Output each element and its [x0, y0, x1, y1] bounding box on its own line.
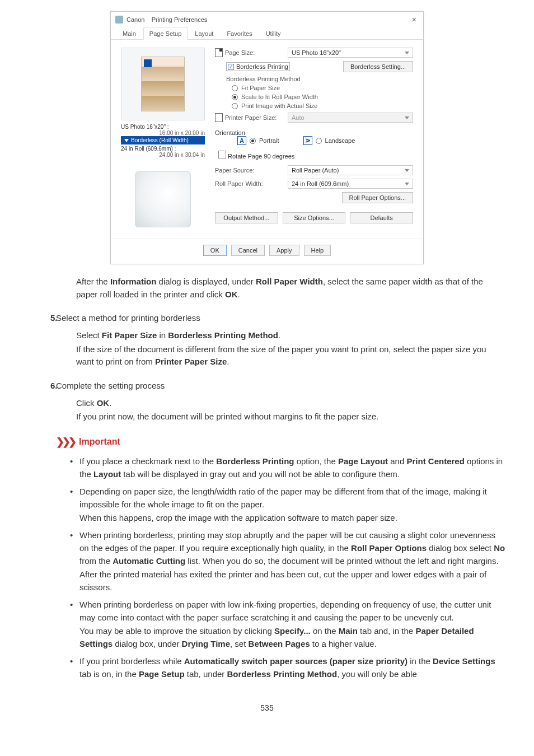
dialog-buttons: OK Cancel Apply Help	[111, 239, 423, 264]
dialog-titlebar: Canon Printing Preferences ×	[111, 12, 423, 26]
step-6-paragraph-2: If you print now, the document will be p…	[76, 410, 506, 423]
output-method-button[interactable]: Output Method...	[215, 212, 278, 223]
page-size-icon	[215, 48, 223, 57]
borderless-method-label: Borderless Printing Method	[226, 76, 413, 82]
roll-size-info: 24 in Roll (609.6mm) : 24.00 in x 30.04 …	[121, 146, 205, 158]
landscape-a-icon: A	[303, 136, 312, 145]
borderless-printing-checkbox[interactable]: ✓Borderless Printing	[226, 62, 290, 71]
printing-preferences-dialog: Canon Printing Preferences × Main Page S…	[110, 11, 424, 264]
roll-paper-width-label: Roll Paper Width:	[215, 180, 263, 187]
scale-fit-roll-radio[interactable]	[232, 94, 238, 100]
apply-button[interactable]: Apply	[269, 245, 299, 256]
chevrons-icon: ❯❯❯	[56, 436, 74, 448]
step-6-heading: Complete the setting process	[56, 381, 165, 390]
page-preview	[121, 48, 205, 120]
orientation-group: Orientation A Portrait A Landscape	[215, 129, 413, 145]
tab-page-setup[interactable]: Page Setup	[143, 27, 188, 40]
tab-main[interactable]: Main	[116, 27, 142, 40]
dialog-tabs: Main Page Setup Layout Favorites Utility	[111, 26, 423, 40]
rotate-90-label: Rotate Page 90 degrees	[228, 153, 294, 160]
page-size-label: Page Size:	[225, 49, 255, 56]
arrow-down-icon	[124, 139, 129, 142]
cancel-button[interactable]: Cancel	[231, 245, 265, 256]
tab-layout[interactable]: Layout	[189, 27, 219, 40]
portrait-a-icon: A	[237, 136, 246, 145]
paper-source-label: Paper Source:	[215, 167, 254, 174]
close-icon[interactable]: ×	[410, 15, 419, 24]
dialog-title: Canon Printing Preferences	[127, 16, 207, 23]
important-item-4: When printing borderless on paper with l…	[68, 598, 506, 650]
step-6: 6. Complete the setting process	[28, 381, 506, 390]
important-item-3: When printing borderless, printing may s…	[68, 529, 506, 594]
roll-paper-options-button[interactable]: Roll Paper Options...	[342, 192, 414, 203]
roll-illustration	[121, 166, 205, 233]
important-item-2: Depending on paper size, the length/widt…	[68, 485, 506, 524]
preview-column: US Photo 16"x20" : 16.00 in x 20.00 in B…	[121, 48, 205, 233]
paper-source-select[interactable]: Roll Paper (Auto)	[288, 165, 413, 175]
defaults-button[interactable]: Defaults	[350, 212, 413, 223]
tab-utility[interactable]: Utility	[260, 27, 287, 40]
important-list: If you place a checkmark next to the Bor…	[68, 455, 506, 681]
borderless-setting-button[interactable]: Borderless Setting...	[343, 61, 413, 72]
printer-paper-size-icon	[215, 113, 223, 122]
landscape-label: Landscape	[325, 137, 355, 144]
settings-column: Page Size: US Photo 16"x20" ✓Borderless …	[215, 48, 413, 233]
borderless-indicator: Borderless (Roll Width)	[121, 136, 205, 144]
after-information-paragraph: After the Information dialog is displaye…	[76, 276, 506, 301]
printer-icon	[115, 16, 123, 24]
print-actual-radio[interactable]	[232, 103, 238, 109]
fit-paper-size-label: Fit Paper Size	[241, 85, 280, 91]
step-5: 5. Select a method for printing borderle…	[28, 313, 506, 323]
page-number: 535	[28, 703, 506, 712]
page-size-select[interactable]: US Photo 16"x20"	[288, 48, 413, 58]
important-heading: ❯❯❯ Important	[56, 436, 506, 448]
step-5-paragraph-2: If the size of the document is different…	[76, 343, 506, 368]
roll-paper-width-select[interactable]: 24 in Roll (609.6mm)	[288, 179, 413, 189]
step-5-number: 5.	[28, 313, 50, 323]
help-button[interactable]: Help	[304, 245, 331, 256]
dialog-body: US Photo 16"x20" : 16.00 in x 20.00 in B…	[111, 40, 423, 239]
tab-favorites[interactable]: Favorites	[221, 27, 258, 40]
printer-paper-size-label: Printer Paper Size:	[225, 114, 277, 121]
portrait-label: Portrait	[259, 137, 279, 144]
step-6-number: 6.	[28, 381, 50, 390]
printer-paper-size-select: Auto	[288, 113, 413, 123]
fit-paper-size-radio[interactable]	[232, 85, 238, 91]
step-6-paragraph-1: Click OK.	[76, 397, 506, 410]
important-item-1: If you place a checkmark next to the Bor…	[68, 455, 506, 481]
rotate-90-checkbox[interactable]	[218, 151, 226, 158]
step-5-heading: Select a method for printing borderless	[56, 313, 200, 323]
ok-button[interactable]: OK	[203, 245, 227, 256]
print-actual-label: Print Image with Actual Size	[241, 102, 317, 109]
orientation-label: Orientation	[215, 129, 413, 136]
step-5-paragraph-1: Select Fit Paper Size in Borderless Prin…	[76, 329, 506, 342]
portrait-radio[interactable]	[250, 138, 256, 144]
size-options-button[interactable]: Size Options...	[283, 212, 346, 223]
landscape-radio[interactable]	[316, 138, 322, 144]
scale-fit-roll-label: Scale to fit Roll Paper Width	[241, 94, 318, 100]
important-item-5: If you print borderless while Automatica…	[68, 655, 506, 681]
page-size-info: US Photo 16"x20" : 16.00 in x 20.00 in	[121, 124, 205, 136]
